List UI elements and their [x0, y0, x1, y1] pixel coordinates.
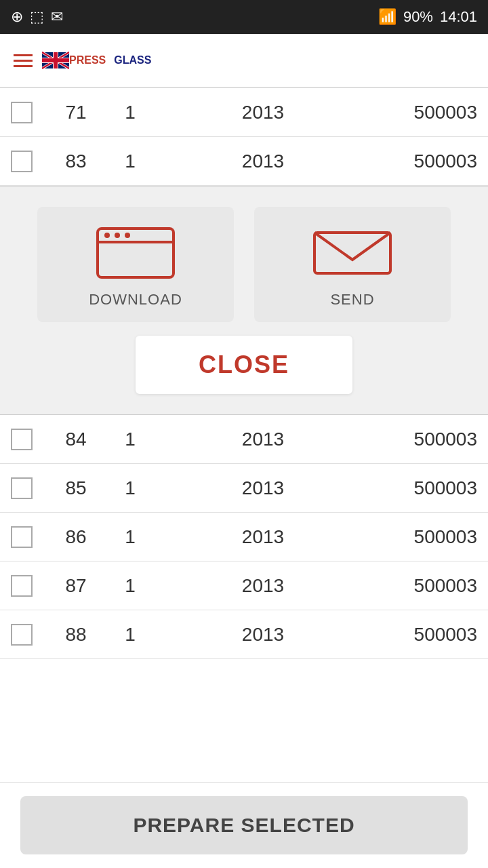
close-button[interactable]: CLOSE [136, 336, 352, 394]
row-year: 2013 [157, 575, 369, 597]
flag-icon [42, 52, 69, 69]
row-val1: 1 [103, 526, 157, 548]
row-checkbox-83[interactable] [11, 151, 33, 172]
mail-icon: ✉ [51, 8, 63, 26]
row-code: 500003 [369, 429, 477, 450]
table-row[interactable]: 88 1 2013 500003 [0, 610, 488, 659]
row-num: 83 [49, 151, 103, 172]
send-button[interactable]: SEND [254, 207, 451, 322]
row-num: 87 [49, 575, 103, 597]
svg-rect-8 [42, 58, 69, 62]
svg-point-12 [115, 233, 120, 238]
location-icon: ⊕ [11, 8, 23, 26]
send-label: SEND [330, 291, 374, 309]
row-val1: 1 [103, 151, 157, 172]
row-code: 500003 [369, 526, 477, 548]
row-code: 500003 [369, 151, 477, 172]
download-button[interactable]: DOWNLOAD [37, 207, 234, 322]
image-icon: ⬚ [30, 8, 44, 26]
bottom-rows: 84 1 2013 500003 85 1 2013 500003 86 1 2… [0, 415, 488, 659]
hamburger-menu[interactable] [14, 54, 33, 67]
main-content: 71 1 2013 500003 83 1 2013 500003 [0, 88, 488, 747]
row-year: 2013 [157, 429, 369, 450]
status-left: ⊕ ⬚ ✉ [11, 8, 63, 26]
download-label: DOWNLOAD [89, 291, 182, 309]
row-code: 500003 [369, 624, 477, 646]
row-year: 2013 [157, 477, 369, 499]
row-code: 500003 [369, 575, 477, 597]
row-val1: 1 [103, 575, 157, 597]
prepare-selected-button[interactable]: PREPARE SELECTED [20, 796, 468, 854]
row-num: 85 [49, 477, 103, 499]
row-checkbox-86[interactable] [11, 526, 33, 548]
status-bar: ⊕ ⬚ ✉ 📶 90% 14:01 [0, 0, 488, 34]
row-year: 2013 [157, 151, 369, 172]
row-num: 84 [49, 429, 103, 450]
table-row[interactable]: 86 1 2013 500003 [0, 513, 488, 561]
app-logo: PRESSGLASS [69, 54, 151, 66]
top-rows: 71 1 2013 500003 83 1 2013 500003 [0, 88, 488, 186]
table-row[interactable]: 87 1 2013 500003 [0, 561, 488, 610]
row-year: 2013 [157, 624, 369, 646]
row-checkbox-71[interactable] [11, 102, 33, 123]
row-val1: 1 [103, 624, 157, 646]
logo-glass: GLASS [114, 54, 151, 66]
row-num: 86 [49, 526, 103, 548]
wifi-icon: 📶 [378, 8, 396, 26]
svg-point-13 [125, 233, 130, 238]
envelope-icon [312, 226, 393, 280]
table-row[interactable]: 71 1 2013 500003 [0, 88, 488, 137]
row-val1: 1 [103, 429, 157, 450]
status-right: 📶 90% 14:01 [378, 8, 477, 26]
bottom-bar: PREPARE SELECTED [0, 782, 488, 868]
browser-icon [95, 226, 176, 280]
row-num: 71 [49, 102, 103, 123]
table-row[interactable]: 84 1 2013 500003 [0, 415, 488, 464]
logo-press: PRESS [69, 54, 106, 66]
row-code: 500003 [369, 102, 477, 123]
row-checkbox-85[interactable] [11, 477, 33, 499]
row-checkbox-87[interactable] [11, 575, 33, 597]
app-header: PRESSGLASS [0, 34, 488, 88]
row-num: 88 [49, 624, 103, 646]
modal-icon-buttons: DOWNLOAD SEND [20, 207, 468, 322]
row-checkbox-88[interactable] [11, 624, 33, 646]
table-row[interactable]: 83 1 2013 500003 [0, 137, 488, 186]
row-year: 2013 [157, 526, 369, 548]
row-year: 2013 [157, 102, 369, 123]
row-checkbox-84[interactable] [11, 429, 33, 450]
row-val1: 1 [103, 477, 157, 499]
svg-rect-14 [314, 233, 390, 273]
row-val1: 1 [103, 102, 157, 123]
battery-text: 90% [403, 8, 433, 26]
time-display: 14:01 [440, 8, 477, 26]
svg-point-11 [104, 233, 110, 238]
table-row[interactable]: 85 1 2013 500003 [0, 464, 488, 513]
row-code: 500003 [369, 477, 477, 499]
action-modal: DOWNLOAD SEND CLOSE [0, 186, 488, 415]
